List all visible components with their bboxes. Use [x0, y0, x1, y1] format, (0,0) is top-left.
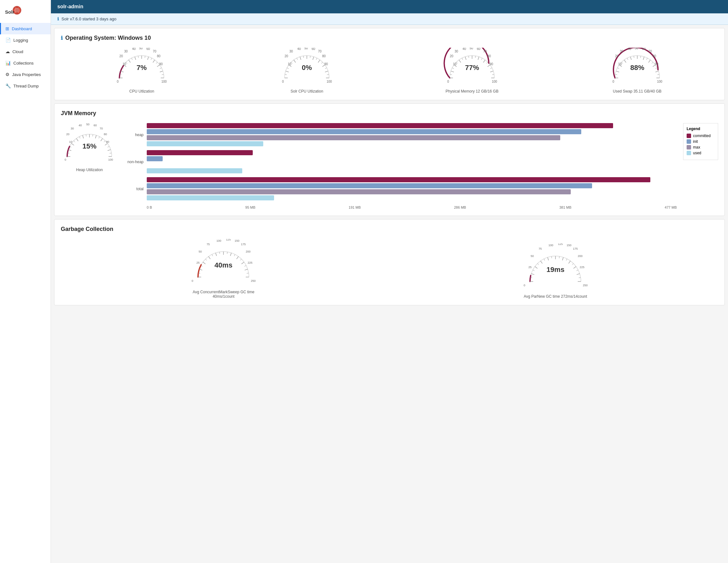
- legend-label-committed: committed: [693, 134, 710, 138]
- svg-line-27: [138, 56, 138, 58]
- info-bar-text: Solr v7.6.0 started 3 days ago: [61, 17, 117, 21]
- svg-line-229: [566, 259, 567, 261]
- svg-text:40: 40: [463, 48, 466, 51]
- collections-icon: 📊: [5, 60, 11, 66]
- svg-text:125: 125: [558, 243, 563, 246]
- svg-text:200: 200: [578, 255, 583, 258]
- sidebar-item-cloud[interactable]: ☁ Cloud: [0, 46, 51, 57]
- heap-bars-stack: [147, 123, 677, 146]
- svg-line-52: [285, 74, 287, 75]
- svg-text:70: 70: [100, 127, 103, 130]
- sidebar-item-collections[interactable]: 📊 Collections: [0, 57, 51, 69]
- sidebar-item-java-properties[interactable]: ⚙ Java Properties: [0, 69, 51, 80]
- total-used-bar: [147, 195, 274, 201]
- svg-line-224: [548, 257, 548, 261]
- svg-line-64: [316, 58, 317, 60]
- physical-memory-gauge-label: Physical Memory 12 GB/16 GB: [446, 89, 498, 94]
- svg-text:90: 90: [490, 62, 493, 66]
- svg-line-96: [478, 57, 479, 60]
- sidebar-item-label: Java Properties: [12, 72, 41, 77]
- svg-text:60: 60: [94, 124, 97, 127]
- svg-text:20: 20: [66, 133, 69, 136]
- svg-text:0: 0: [612, 80, 614, 83]
- svg-text:0: 0: [192, 279, 193, 282]
- sidebar-item-logging[interactable]: 📄 Logging: [0, 34, 51, 46]
- svg-text:225: 225: [248, 261, 252, 264]
- svg-line-161: [93, 135, 93, 137]
- info-icon: ℹ: [57, 17, 59, 21]
- content-area: ℹ Solr v7.6.0 started 3 days ago ℹ Opera…: [51, 13, 728, 563]
- svg-line-54: [287, 68, 289, 69]
- svg-text:90: 90: [324, 62, 328, 66]
- svg-text:88%: 88%: [630, 64, 644, 72]
- svg-line-201: [245, 269, 248, 270]
- svg-text:50: 50: [531, 255, 534, 258]
- svg-text:100: 100: [327, 80, 332, 83]
- svg-text:100: 100: [161, 80, 167, 83]
- svg-line-36: [160, 71, 163, 72]
- svg-line-37: [162, 74, 164, 75]
- svg-line-32: [153, 60, 155, 62]
- svg-text:20: 20: [615, 54, 619, 58]
- svg-line-134: [655, 68, 657, 69]
- svg-line-187: [203, 262, 206, 264]
- svg-text:50: 50: [635, 48, 639, 50]
- svg-line-97: [481, 58, 482, 60]
- svg-line-235: [579, 278, 581, 278]
- svg-line-25: [132, 58, 133, 60]
- svg-line-165: [104, 141, 105, 142]
- svg-line-163: [99, 137, 100, 138]
- thread-dump-icon: 🔧: [5, 83, 11, 88]
- svg-line-218: [531, 274, 534, 275]
- svg-text:60: 60: [477, 48, 481, 51]
- used-swap-gauge-container: 88% 0 10 20 30 40 50 60 70 80 90 100: [609, 48, 666, 94]
- svg-line-68: [325, 68, 327, 69]
- svg-line-87: [452, 68, 454, 69]
- svg-line-59: [300, 57, 301, 60]
- non-heap-bars-stack: [147, 150, 677, 173]
- heap-max-bar: [147, 135, 560, 140]
- svg-line-126: [634, 56, 634, 58]
- logo: Solr: [0, 0, 51, 23]
- parnew-gauge-svg: 19ms 0 25 50 75 100 125 150 175 200 225 …: [520, 243, 590, 291]
- svg-line-167: [108, 146, 109, 147]
- x-axis-381: 381 MB: [559, 206, 571, 209]
- x-axis-191: 191 MB: [349, 206, 361, 209]
- svg-line-56: [291, 62, 293, 64]
- used-swap-gauge-label: Used Swap 35.11 GB/40 GB: [613, 89, 661, 94]
- sidebar-item-thread-dump[interactable]: 🔧 Thread Dump: [0, 80, 51, 92]
- svg-line-195: [230, 253, 231, 256]
- svg-line-190: [212, 255, 213, 256]
- svg-text:80: 80: [157, 54, 161, 58]
- svg-line-122: [621, 62, 623, 64]
- svg-text:250: 250: [251, 279, 256, 282]
- jvm-section: JVM Memory 15% 0 10 20 30: [54, 103, 725, 216]
- svg-line-85: [450, 74, 452, 75]
- svg-text:100: 100: [216, 239, 221, 243]
- gc-section: Garbage Collection 40ms 0 25: [54, 219, 725, 305]
- svg-line-70: [327, 74, 329, 75]
- x-axis-286: 286 MB: [454, 206, 466, 209]
- svg-text:30: 30: [620, 50, 624, 53]
- heap-gauge-svg: 15% 0 10 20 30 40 50 60 70 80 90 100: [61, 123, 118, 165]
- dashboard-icon: ⊞: [5, 26, 9, 31]
- svg-line-169: [110, 153, 111, 153]
- svg-text:70: 70: [318, 50, 322, 53]
- svg-line-66: [321, 62, 322, 64]
- legend-title: Legend: [687, 127, 715, 131]
- svg-line-119: [616, 71, 619, 72]
- svg-line-156: [76, 138, 78, 141]
- jvm-section-title: JVM Memory: [61, 110, 718, 117]
- x-axis-95: 95 MB: [245, 206, 256, 209]
- svg-line-158: [82, 135, 83, 138]
- svg-text:40ms: 40ms: [215, 261, 232, 269]
- sidebar-item-dashboard[interactable]: ⊞ Dashboard: [0, 23, 51, 34]
- svg-text:100: 100: [548, 244, 553, 247]
- svg-text:60: 60: [312, 48, 315, 51]
- svg-line-120: [617, 68, 619, 69]
- sidebar-item-label: Logging: [13, 38, 28, 43]
- x-axis: 0 B 95 MB 191 MB 286 MB 381 MB 477 MB: [147, 206, 677, 209]
- svg-line-227: [559, 257, 559, 258]
- sidebar: Solr ⊞ Dashboard 📄 Logging ☁ Cloud 📊 Col…: [0, 0, 51, 563]
- svg-line-220: [535, 267, 537, 269]
